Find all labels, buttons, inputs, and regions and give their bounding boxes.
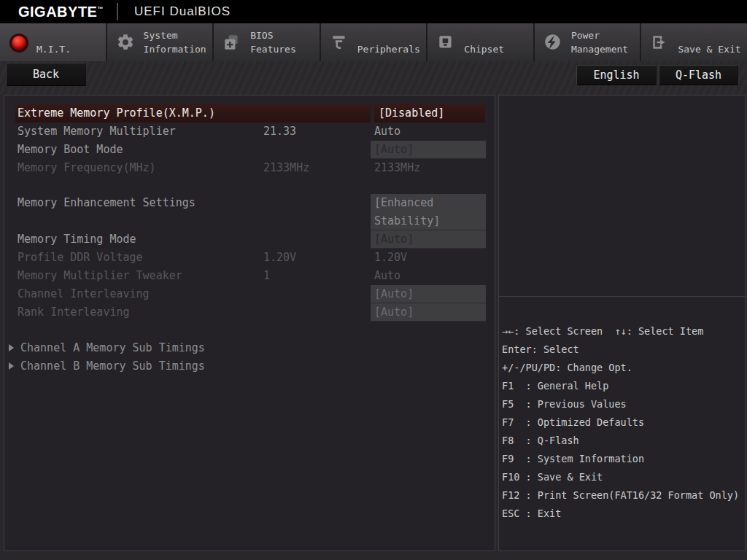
help-key-line: F1 : General Help [502, 377, 744, 395]
setting-row[interactable]: Extreme Memory Profile(X.M.P.)[Disabled] [4, 104, 495, 122]
settings-panel: Extreme Memory Profile(X.M.P.)[Disabled]… [4, 95, 495, 551]
back-button[interactable]: Back [6, 63, 86, 86]
chipset-icon [436, 33, 455, 52]
setting-row[interactable]: Memory Timing Mode[Auto] [4, 230, 495, 249]
setting-label: System Memory Multiplier [18, 122, 176, 141]
setting-value-box[interactable]: [Auto] [371, 141, 486, 159]
setting-value-box[interactable]: [Auto] [371, 285, 486, 303]
tab-chipset[interactable]: Chipset [427, 23, 535, 61]
help-key-line: Enter: Select [502, 341, 744, 359]
setting-label: Memory Boot Mode [18, 141, 123, 159]
tab-power-management[interactable]: Power Management [535, 23, 642, 61]
setting-row[interactable]: Memory Enhancement Settings[EnhancedStab… [4, 194, 495, 230]
exit-icon [650, 33, 669, 52]
setting-row[interactable]: Profile DDR Voltage1.20V1.20V [4, 249, 495, 267]
gear-icon [116, 33, 135, 52]
help-key-line: F9 : System Information [502, 450, 744, 468]
submenu-label: Channel B Memory Sub Timings [20, 357, 205, 376]
tab-label: Power Management [571, 28, 640, 56]
tab-label: Save & Exit [678, 42, 740, 56]
setting-mid-value: 1.20V [263, 249, 296, 267]
setting-label: Channel Interleaving [18, 285, 150, 303]
tab-label: M.I.T. [36, 42, 71, 56]
topbar: GIGABYTE™ UEFI DualBIOS [0, 0, 747, 23]
setting-value[interactable]: [Disabled] [374, 104, 485, 122]
peripheral-icon [330, 33, 349, 52]
toolbar: Back English Q-Flash [0, 61, 747, 95]
setting-row[interactable]: Memory Multiplier Tweaker1Auto [4, 267, 495, 285]
setting-row[interactable]: Memory Boot Mode[Auto] [4, 141, 495, 159]
setting-label: Extreme Memory Profile(X.M.P.) [18, 104, 215, 122]
tab-label: Peripherals [357, 42, 420, 56]
tab-bar: M.I.T.System InformationBIOS FeaturesPer… [0, 23, 747, 63]
tab-save-exit[interactable]: Save & Exit [641, 23, 747, 61]
setting-label: Memory Enhancement Settings [18, 194, 196, 212]
help-divider [499, 296, 745, 297]
help-key-line: →←: Select Screen ↑↓: Select Item [502, 322, 744, 341]
setting-row[interactable]: Rank Interleaving[Auto] [4, 303, 495, 322]
setting-label: Memory Multiplier Tweaker [18, 267, 182, 285]
help-key-line: ESC : Exit [502, 505, 744, 523]
help-panel: →←: Select Screen ↑↓: Select ItemEnter: … [498, 95, 746, 551]
setting-mid-value: 1 [263, 267, 270, 285]
value-line: Stability] [374, 212, 486, 230]
uefi-title: UEFI DualBIOS [134, 4, 231, 19]
topbar-divider [117, 3, 118, 20]
qflash-button[interactable]: Q-Flash [659, 65, 738, 85]
tab-label: System Information [144, 28, 213, 56]
help-key-line: +/-/PU/PD: Change Opt. [502, 359, 744, 377]
tab-bios-features[interactable]: BIOS Features [214, 23, 321, 61]
setting-value: Auto [374, 267, 400, 285]
setting-mid-value: 2133MHz [263, 159, 309, 177]
setting-value-box[interactable]: [EnhancedStability] [371, 194, 486, 230]
help-key-line: F8 : Q-Flash [502, 432, 744, 450]
setting-value: Auto [374, 122, 400, 141]
help-key-legend: →←: Select Screen ↑↓: Select ItemEnter: … [502, 322, 744, 523]
setting-mid-value: 21.33 [263, 122, 296, 141]
setting-value: 1.20V [374, 249, 407, 267]
tab-label: BIOS Features [250, 28, 320, 56]
setting-row[interactable]: Channel Interleaving[Auto] [4, 285, 495, 303]
value-line: [Enhanced [374, 194, 486, 212]
tab-peripherals[interactable]: Peripherals [321, 23, 428, 61]
help-key-line: F10 : Save & Exit [502, 468, 744, 486]
expand-arrow-icon [9, 362, 14, 370]
setting-label: Memory Timing Mode [18, 230, 136, 249]
tab-mit[interactable]: M.I.T. [0, 23, 107, 61]
setting-value: 2133MHz [374, 159, 420, 177]
setting-row[interactable]: Memory Frequency(MHz)2133MHz2133MHz [4, 159, 495, 177]
trademark-symbol: ™ [97, 6, 104, 12]
submenu-row[interactable]: Channel A Memory Sub Timings [4, 339, 495, 357]
setting-label: Profile DDR Voltage [18, 249, 143, 267]
lightning-icon [543, 33, 562, 52]
setting-row[interactable]: System Memory Multiplier21.33Auto [4, 122, 495, 141]
tab-system-information[interactable]: System Information [107, 23, 214, 61]
setting-label: Memory Frequency(MHz) [18, 159, 156, 177]
gigabyte-logo: GIGABYTE™ [18, 4, 104, 20]
help-key-line: F7 : Optimized Defaults [502, 413, 744, 432]
setting-label: Rank Interleaving [18, 303, 130, 322]
chip-plus-icon [222, 33, 241, 52]
submenu-row[interactable]: Channel B Memory Sub Timings [4, 357, 495, 376]
help-key-line: F5 : Previous Values [502, 395, 744, 413]
setting-value-box[interactable]: [Auto] [371, 303, 486, 322]
expand-arrow-icon [9, 344, 14, 351]
help-key-line: F12 : Print Screen(FAT16/32 Format Only) [502, 486, 744, 505]
red-dot-icon [9, 33, 28, 52]
setting-value-box[interactable]: [Auto] [371, 230, 486, 249]
tab-label: Chipset [464, 42, 504, 56]
submenu-label: Channel A Memory Sub Timings [20, 339, 205, 357]
language-button[interactable]: English [576, 65, 657, 85]
